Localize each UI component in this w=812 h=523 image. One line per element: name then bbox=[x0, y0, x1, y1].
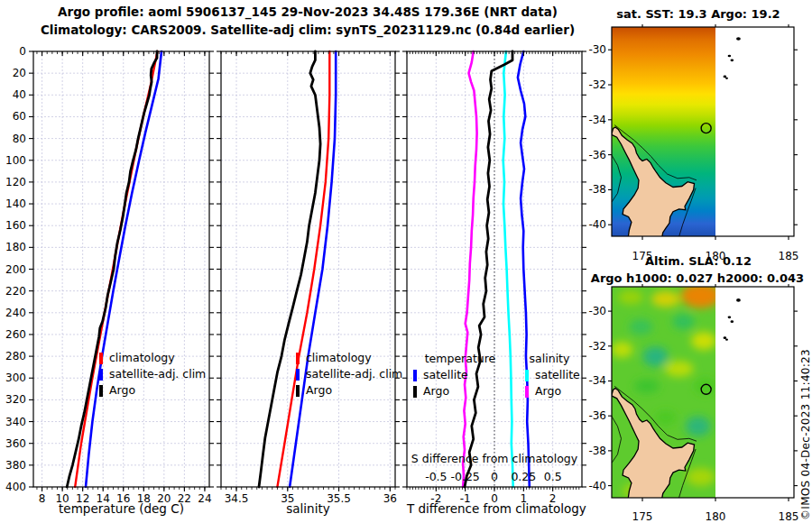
legend-label: Argo bbox=[535, 383, 561, 399]
legend-label: climatology bbox=[306, 350, 372, 366]
climatology-swatch bbox=[296, 353, 300, 364]
island-dot bbox=[725, 78, 728, 79]
panel-salinity: 34.53535.536 bbox=[217, 51, 400, 505]
svg-text:320: 320 bbox=[5, 393, 26, 406]
svg-text:240: 240 bbox=[5, 307, 26, 319]
legend-item: satellite bbox=[525, 367, 580, 383]
legend-label: Argo bbox=[423, 383, 449, 399]
svg-text:-32: -32 bbox=[588, 78, 606, 91]
svg-text:380: 380 bbox=[5, 459, 26, 472]
svg-text:340: 340 bbox=[5, 416, 26, 428]
svg-text:-0.25: -0.25 bbox=[450, 470, 479, 483]
svg-text:80: 80 bbox=[13, 133, 26, 145]
svg-text:-36: -36 bbox=[588, 149, 606, 161]
map-sst: 175180185-30-32-34-36-38-40 bbox=[588, 24, 798, 262]
svg-text:-32: -32 bbox=[588, 340, 606, 353]
svg-text:140: 140 bbox=[5, 197, 26, 210]
svg-text:300: 300 bbox=[5, 372, 26, 384]
argo-swatch bbox=[525, 386, 529, 398]
satellite-swatch bbox=[413, 370, 417, 381]
legend-label: Argo bbox=[109, 382, 135, 399]
svg-text:-30: -30 bbox=[588, 43, 606, 56]
legend-temperature-panel: climatology satellite-adj. clim Argo bbox=[99, 350, 206, 399]
svg-text:60: 60 bbox=[13, 110, 26, 123]
argo-swatch bbox=[296, 385, 300, 397]
satellite-swatch bbox=[525, 370, 529, 381]
svg-text:0: 0 bbox=[19, 45, 26, 58]
legend-label: satellite-adj. clim bbox=[109, 366, 206, 382]
svg-text:-40: -40 bbox=[588, 218, 606, 231]
svg-text:40: 40 bbox=[13, 88, 26, 101]
svg-text:220: 220 bbox=[5, 285, 26, 298]
imos-watermark: ©IMOS 04-Dec-2023 11:40:23 bbox=[799, 349, 812, 520]
climatology-swatch bbox=[99, 353, 103, 364]
svg-text:400: 400 bbox=[5, 481, 26, 493]
legend-item: Argo bbox=[413, 383, 468, 399]
panel-t_difference: -2-1012-0.5-0.2500.250.5 bbox=[402, 51, 586, 505]
svg-text:160: 160 bbox=[5, 219, 26, 232]
svg-text:185: 185 bbox=[779, 510, 799, 523]
figure-title-line2: Climatology: CARS2009. Satellite-adj cli… bbox=[28, 23, 587, 37]
temperature-axis-label: temperature (deg C) bbox=[33, 501, 209, 516]
legend-label: climatology bbox=[109, 350, 175, 366]
svg-text:-0.5: -0.5 bbox=[425, 470, 447, 483]
svg-text:-34: -34 bbox=[588, 114, 606, 126]
island-dot bbox=[724, 76, 727, 78]
svg-text:360: 360 bbox=[5, 437, 26, 450]
figure-title-line1: Argo profile: aoml 5906137_145 29-Nov-20… bbox=[28, 5, 587, 19]
tdiff-axis-label: T difference from climatology bbox=[407, 501, 582, 516]
island-dot bbox=[724, 336, 727, 339]
svg-text:200: 200 bbox=[5, 263, 26, 276]
sla-map-title-line2: Argo h1000: 0.027 h2000: 0.043 bbox=[582, 271, 812, 285]
svg-text:-34: -34 bbox=[588, 374, 606, 387]
panel-temperature: 8101214161820222402040608010012014016018… bbox=[5, 45, 214, 505]
island-dot bbox=[736, 37, 741, 41]
svg-text:175: 175 bbox=[632, 510, 653, 523]
map-sla: 175180185-30-32-34-36-38-40 bbox=[588, 283, 798, 523]
svg-text:280: 280 bbox=[5, 350, 26, 362]
legend-item: climatology bbox=[99, 350, 206, 366]
legend-item: Argo bbox=[525, 383, 580, 399]
legend-tdiff-group: satellite Argo bbox=[413, 367, 468, 399]
argo-swatch bbox=[413, 386, 417, 398]
island-dot bbox=[731, 60, 734, 62]
satellite-adj-clim-swatch bbox=[296, 369, 300, 381]
argo-swatch bbox=[99, 385, 103, 397]
island-dot bbox=[728, 317, 732, 319]
sla-map-title-line1: Altim. SLA: 0.12 bbox=[586, 254, 810, 268]
svg-text:0.5: 0.5 bbox=[544, 470, 562, 483]
island-dot bbox=[736, 298, 741, 302]
svg-text:-40: -40 bbox=[588, 480, 606, 492]
svg-text:120: 120 bbox=[5, 176, 26, 188]
svg-text:260: 260 bbox=[5, 328, 26, 341]
legend-item: Argo bbox=[99, 382, 206, 399]
figure-canvas: 8101214161820222402040608010012014016018… bbox=[0, 0, 812, 523]
satellite-adj-clim-swatch bbox=[99, 369, 103, 381]
svg-text:-36: -36 bbox=[588, 409, 606, 422]
island-dot bbox=[725, 339, 728, 341]
legend-item: satellite-adj. clim bbox=[296, 366, 402, 382]
svg-text:0.25: 0.25 bbox=[511, 470, 536, 483]
legend-sdiff-group: satellite Argo bbox=[525, 367, 580, 399]
legend-item: satellite-adj. clim bbox=[99, 366, 206, 382]
legend-label: Argo bbox=[306, 382, 332, 399]
sst-map-title: sat. SST: 19.3 Argo: 19.2 bbox=[586, 7, 810, 21]
svg-text:20: 20 bbox=[13, 67, 26, 79]
svg-text:100: 100 bbox=[5, 154, 26, 167]
legend-item: satellite bbox=[413, 367, 468, 383]
svg-text:0: 0 bbox=[491, 470, 498, 483]
legend-header-temperature: temperature bbox=[411, 352, 510, 365]
svg-text:-38: -38 bbox=[588, 445, 606, 457]
legend-item: Argo bbox=[296, 382, 402, 399]
legend-label: satellite bbox=[535, 367, 580, 383]
legend-item: climatology bbox=[296, 350, 402, 366]
legend-salinity-panel: climatology satellite-adj. clim Argo bbox=[296, 350, 402, 399]
svg-text:180: 180 bbox=[706, 510, 726, 523]
sdiff-axis-label: S difference from climatology bbox=[404, 452, 585, 465]
svg-text:180: 180 bbox=[5, 241, 26, 253]
legend-label: satellite-adj. clim bbox=[306, 366, 402, 382]
legend-header-salinity: salinity bbox=[511, 352, 588, 365]
svg-text:-38: -38 bbox=[588, 183, 606, 196]
legend-label: satellite bbox=[423, 367, 468, 383]
island-dot bbox=[728, 55, 732, 58]
